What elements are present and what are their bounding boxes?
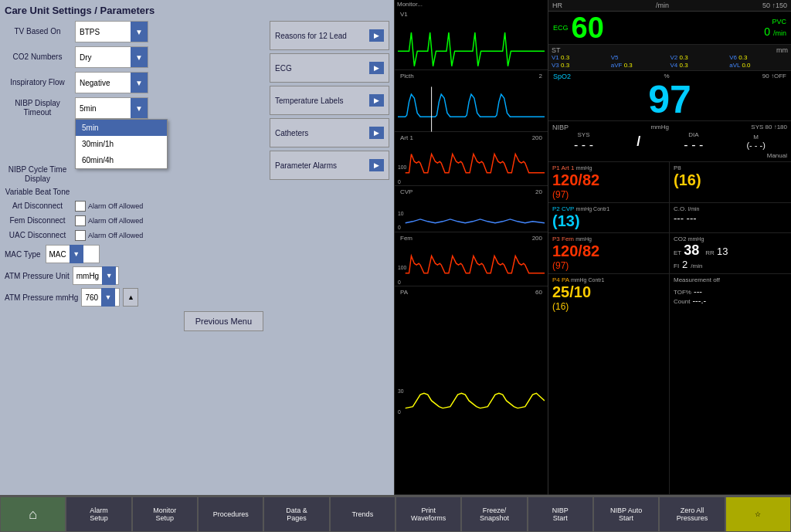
fem-disconnect-row: Fem Disconnect Alarm Off Allowed [5,215,263,226]
nibp-display-arrow[interactable]: ▼ [131,98,148,118]
tv-based-value: BTPS [76,26,131,38]
fem-section: Fem 200 100 0 [395,232,548,286]
print-waveforms-button[interactable]: PrintWaveforms [396,496,461,532]
nibp-manual: Manual [552,152,787,159]
pleth-section: Plcth 2 [395,70,548,132]
freeze-snapshot-button[interactable]: Freeze/Snapshot [461,496,527,532]
freeze-snapshot-label: Freeze/Snapshot [480,507,509,522]
trends-button[interactable]: Trends [330,496,396,532]
tof-group: TOF% --- [674,286,787,296]
p3-sub: (97) [552,260,665,271]
art-alarm-label: Alarm Off Allowed [88,202,143,210]
co-value: --- --- [674,212,787,224]
settings-icon: ☆ [755,510,761,518]
p2-co-row: P2 CVP mmHg Contr1 (13) C.O. l/min --- -… [548,203,791,233]
p1-p8-row: P1 Art 1 mmHg 120/82 (97) P8 (16) [548,162,791,203]
atm-pressure-unit-select[interactable]: mmHg ▼ [73,266,119,285]
nibp-option-5min[interactable]: 5min [76,120,167,136]
home-icon: ⌂ [29,507,37,523]
p1-cell: P1 Art 1 mmHg 120/82 (97) [548,162,670,202]
hr-value-display: 60 [572,13,604,42]
p8-value: (16) [674,171,787,189]
co-unit: l/min [688,206,700,212]
atm-pressure-mmhg-select[interactable]: 760 ▼ [81,288,120,307]
atm-pressure-unit-arrow[interactable]: ▼ [102,266,116,285]
variable-beat-label: Variable Beat Tone [5,188,70,197]
nibp-start-button[interactable]: NIBPStart [528,496,593,532]
parameter-alarms-button[interactable]: Parameter Alarms ▶ [270,151,389,180]
rr-label: RR [705,249,715,256]
mac-type-arrow[interactable]: ▼ [70,245,83,263]
data-pages-button[interactable]: Data &Pages [263,496,329,532]
nibp-option-30min[interactable]: 30min/1h [76,136,167,152]
nibp-auto-start-label: NIBP AutoStart [610,507,642,522]
rr-group: RR 13 [705,246,728,257]
art-alarm-checkbox[interactable] [75,201,86,212]
mac-type-label: MAC Type [5,250,41,259]
art1-label: Art 1 [400,134,413,141]
catheters-button[interactable]: Catheters ▶ [270,118,389,147]
ecg-button[interactable]: ECG ▶ [270,53,389,83]
inspiratory-flow-select[interactable]: Negative ▼ [75,72,148,93]
reasons-12-lead-button[interactable]: Reasons for 12 Lead ▶ [270,21,389,50]
fem-svg: 100 0 [398,242,545,293]
pvc-unit: /min [773,29,786,37]
pleth-label: Plcth [400,73,414,80]
nibp-auto-start-button[interactable]: NIBP AutoStart [593,496,659,532]
previous-menu-button[interactable]: Previous Menu [184,311,263,331]
et-group: ET 38 [674,242,699,259]
ecg-v1-svg [398,19,545,76]
nibp-range: SYS 80 ↑180 [751,124,787,131]
nibp-display-container: 5min ▼ 5min 30min/1h 60min/4h [75,97,148,119]
atm-pressure-mmhg-arrow[interactable]: ▼ [101,288,115,307]
nibp-m-value: (- - -) [746,141,765,150]
st-v2: V2 0.3 [670,54,729,61]
atm-up-button[interactable]: ▲ [123,288,138,307]
mac-type-select[interactable]: MAC ▼ [46,245,100,263]
st-avl: aVL 0.0 [729,62,788,69]
inspiratory-flow-arrow[interactable]: ▼ [131,73,148,93]
procedures-label: Procedures [213,510,249,518]
co2-numbers-value: Dry [76,52,131,63]
st-section: ST mm V1 0.3 V5 V2 0.3 V6 0.3 V3 0.3 aVF… [548,45,791,71]
fem-alarm-checkbox[interactable] [75,215,86,226]
monitor-setup-button[interactable]: MonitorSetup [132,496,198,532]
uac-alarm-checkbox[interactable] [75,230,86,241]
mac-type-value: MAC [46,249,70,260]
co2-numbers-select[interactable]: Dry ▼ [75,46,148,68]
nibp-sys-col: SYS - - - [574,131,593,152]
inspiratory-flow-label: Inspiratory Flow [5,78,70,87]
zero-all-pressures-button[interactable]: Zero AllPressures [659,496,725,532]
svg-text:100: 100 [398,164,407,170]
pa-header: PA 60 [398,288,545,296]
data-pages-label: Data &Pages [286,507,307,522]
art1-section: Art 1 200 100 0 [395,132,548,186]
home-button[interactable]: ⌂ [0,496,66,532]
co2-numbers-arrow[interactable]: ▼ [131,47,148,67]
ecg-label-display: ECG [553,24,569,32]
p4-label: P4 PA [552,276,569,283]
pleth-header: Plcth 2 [398,72,545,80]
hr-range: 50 ↑150 [762,2,787,9]
nibp-display-select[interactable]: 5min ▼ [75,97,148,119]
co-label: C.O. [674,205,686,212]
prev-menu-container: Previous Menu [5,311,263,331]
uac-alarm-label: Alarm Off Allowed [88,232,143,239]
co2-header: CO2 mmHg [674,236,787,242]
temperature-labels-button[interactable]: Temperature Labels ▶ [270,86,389,115]
p2-value: (13) [552,212,665,230]
p4-cell: P4 PA mmHg Contr1 25/10 (16) [548,274,670,494]
p3-co2-row: P3 Fem mmHg 120/82 (97) CO2 mmHg ET 38 [548,233,791,274]
fi-value: 2 [682,259,687,270]
settings-panel: Care Unit Settings / Parameters TV Based… [0,0,394,495]
nibp-option-60min[interactable]: 60min/4h [76,152,167,168]
atm-pressure-mmhg-label: ATM Pressure mmHg [5,293,78,302]
atm-pressure-unit-row: ATM Pressure Unit mmHg ▼ [5,266,263,285]
settings-icon-button[interactable]: ☆ [725,496,791,532]
pa-svg: 30 0 [398,296,545,501]
tv-based-arrow[interactable]: ▼ [131,22,148,42]
tv-based-select[interactable]: BTPS ▼ [75,21,148,42]
procedures-button[interactable]: Procedures [198,496,263,532]
temperature-labels-label: Temperature Labels [275,97,343,105]
alarm-setup-button[interactable]: AlarmSetup [66,496,131,532]
